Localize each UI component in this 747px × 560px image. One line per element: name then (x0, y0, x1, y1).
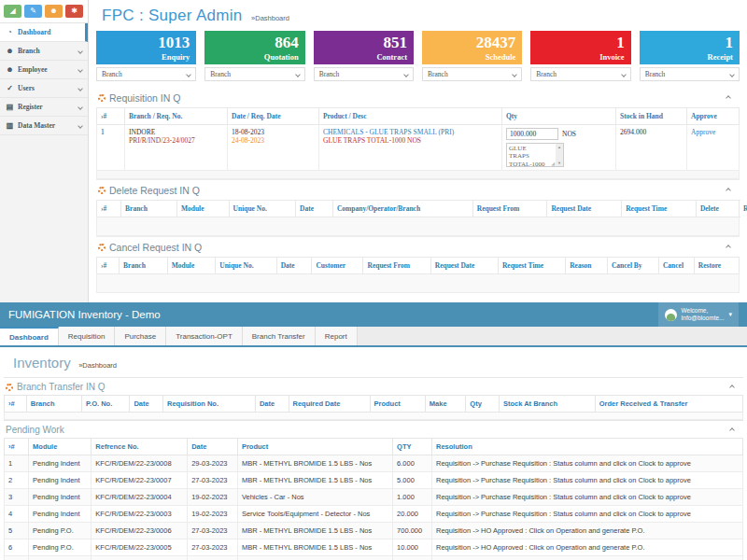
column-header: Request From (472, 201, 547, 217)
sidebar-item-label: Users (18, 84, 35, 92)
stat-card-schedule: 28437ScheduleBranch (422, 31, 522, 81)
panel-title: Branch Transfer IN Q (17, 382, 105, 392)
inventory-app-title: FUMIGATION Inventory - Demo (8, 309, 161, 320)
scroll-up-icon[interactable]: ▲ (557, 145, 561, 149)
tab-transaction-opt[interactable]: Transaction-OPT (166, 327, 243, 345)
delete-request-panel: Delete Request IN Q ›#BranchModuleUnique… (96, 179, 740, 236)
chevron-down-icon (729, 72, 735, 77)
branch-select[interactable]: Branch (204, 67, 304, 81)
user-menu[interactable]: Welcome, Info@bloomte... ▾ (658, 302, 740, 327)
column-header: Unique No. (216, 258, 276, 274)
stat-label: Quotation (264, 52, 299, 62)
spinner-icon (98, 94, 106, 102)
sidebar-item-employee[interactable]: ☻Employee (0, 61, 88, 79)
column-header: Make (425, 396, 466, 413)
branch-select-value: Branch (536, 70, 557, 78)
branch-select-value: Branch (319, 70, 340, 78)
panel-title-row: Cancel Request IN Q (96, 236, 740, 257)
stat-value: 851 (383, 35, 407, 50)
tab-requisition[interactable]: Requisition (59, 327, 116, 345)
sidebar-item-users[interactable]: ✓Users (0, 79, 88, 98)
stock-in-hand: 2694.000 (616, 125, 687, 171)
requisition-table: ›# Branch / Req. No. Date / Req. Date Pr… (96, 107, 740, 179)
column-header: Request From (363, 258, 430, 274)
branch-select[interactable]: Branch (640, 67, 740, 81)
chevron-down-icon (512, 72, 517, 77)
users-button[interactable]: ☻ (45, 5, 63, 18)
inventory-tabs: DashboardRequisitionPurchaseTransaction-… (0, 327, 747, 347)
branch-select-value: Branch (102, 70, 122, 78)
column-header: ›# (5, 396, 27, 413)
branch-select[interactable]: Branch (422, 67, 522, 81)
chevron-down-icon (403, 72, 409, 77)
resize-handle-icon[interactable]: ◢ (551, 161, 555, 166)
table-row: 1Pending IndentKFC/R/DEM/22-23/000829-03… (5, 455, 743, 472)
column-header: Product (237, 439, 392, 455)
branch-transfer-panel: Branch Transfer IN Q ›#BranchP.O. No.Dat… (0, 377, 747, 420)
branch-select[interactable]: Branch (96, 67, 196, 81)
doc-date: 18-08-2023 (232, 128, 315, 136)
branch-select[interactable]: Branch (530, 67, 630, 81)
welcome-text: Welcome, (682, 307, 709, 314)
pending-work-table: ›#ModuleRefrence No.DateProductQTYResolu… (4, 438, 743, 560)
stat-label: Enquiry (162, 52, 190, 62)
column-header: Request Date (430, 258, 498, 274)
sidebar-item-data-master[interactable]: ▥Data Master (0, 117, 88, 135)
area-chart-icon: ◢ (9, 7, 15, 15)
table-row: 6Pending P.O.KFC/R/DEM/22-23/000527-03-2… (5, 539, 743, 556)
sidebar-item-dashboard[interactable]: ◔Dashboard (0, 23, 88, 42)
scrollbar[interactable]: ▲▼ (556, 144, 563, 166)
column-header: ›# (5, 439, 29, 455)
column-header: Qty (502, 108, 616, 125)
chevron-down-icon (78, 123, 83, 129)
users-icon: ☻ (49, 7, 57, 15)
collapse-icon[interactable] (726, 95, 731, 101)
qty-note-box[interactable]: GLUE TRAPS TOTAL-1000 NOS ▲▼ ◢ (506, 143, 564, 167)
collapse-icon[interactable] (729, 385, 735, 390)
settings-button[interactable]: ✱ (65, 5, 83, 18)
stat-label: Schedule (486, 52, 516, 62)
panel-title-row: Requisition IN Q (96, 88, 740, 107)
collapse-icon[interactable] (726, 245, 731, 250)
sidebar-item-register[interactable]: ▤Register (0, 98, 88, 117)
person-icon: ☻ (6, 47, 14, 55)
column-header: ›# (97, 201, 121, 217)
collapse-icon[interactable] (729, 427, 735, 433)
edit-button[interactable]: ✎ (24, 5, 42, 18)
column-header: Branch / Req. No. (125, 108, 228, 125)
delete-request-table: ›#BranchModuleUnique No.DateCompany/Oper… (96, 200, 740, 236)
stat-value: 28437 (476, 35, 516, 50)
chevron-down-icon (295, 72, 301, 77)
column-header: Request Time (498, 258, 565, 274)
pencil-icon: ✎ (30, 7, 36, 15)
branch-select[interactable]: Branch (314, 67, 414, 81)
tab-branch-transfer[interactable]: Branch Transfer (243, 327, 316, 345)
chart-button[interactable]: ◢ (4, 5, 21, 18)
column-header: Customer (312, 258, 363, 274)
approve-link[interactable]: Approve (691, 128, 715, 136)
collapse-icon[interactable] (726, 188, 731, 193)
panel-title: Pending Work (6, 425, 64, 435)
branch-name: INDORE (129, 128, 223, 136)
column-header: Refrence No. (92, 439, 188, 455)
sidebar-item-label: Dashboard (18, 28, 50, 36)
stat-card-enquiry: 1013EnquiryBranch (96, 31, 196, 81)
stat-card-box: 864Quotation (204, 31, 304, 64)
column-header: Restore (694, 258, 739, 274)
pending-work-panel: Pending Work ›#ModuleRefrence No.DatePro… (0, 420, 747, 560)
scroll-down-icon[interactable]: ▼ (557, 161, 561, 165)
tab-dashboard[interactable]: Dashboard (0, 327, 59, 345)
product-link[interactable]: CHEMICALS - GLUE TRAPS SMALL (PRI) (323, 128, 454, 136)
table-spacer (97, 171, 740, 179)
column-header: Date / Req. Date (228, 108, 319, 125)
column-header: Qty (466, 396, 500, 413)
qty-input[interactable] (506, 128, 558, 140)
sidebar-item-branch[interactable]: ☻Branch (0, 42, 88, 61)
tab-report[interactable]: Report (316, 327, 358, 345)
sidebar-item-label: Branch (18, 47, 40, 55)
avatar (665, 309, 677, 321)
table-row: 4Pending IndentKFC/R/DEM/22-23/000319-02… (5, 506, 743, 523)
tab-purchase[interactable]: Purchase (115, 327, 166, 345)
book-icon: ▤ (6, 103, 14, 111)
page-header: FPC : Super Admin »Dashboard (96, 2, 740, 28)
